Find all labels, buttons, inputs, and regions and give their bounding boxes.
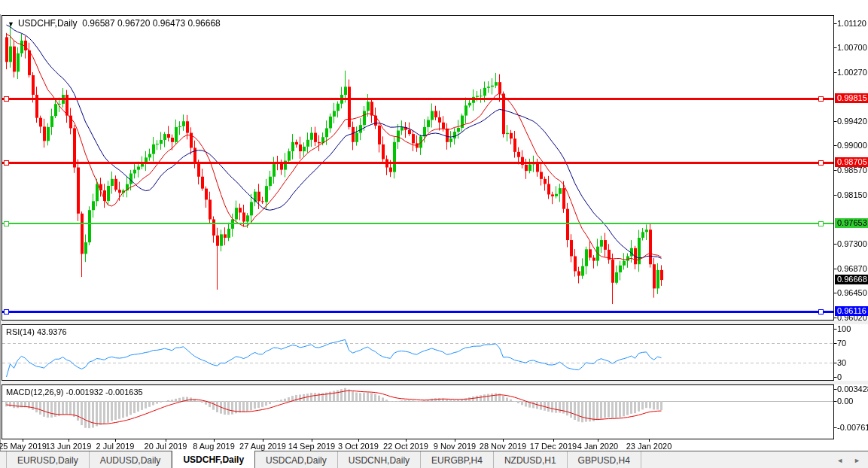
tab-usdcnh[interactable]: USDCNH,Daily <box>338 451 421 468</box>
date-axis-label: 27 Aug 2019 <box>239 442 286 451</box>
price-axis-tick: 0.96450 <box>837 288 867 297</box>
date-axis-label: 20 Jul 2019 <box>145 442 187 451</box>
price-axis-tick: 1.01120 <box>837 19 866 28</box>
tab-scroll-right-icon[interactable]: ► <box>854 457 860 464</box>
price-axis-tick: 0.99420 <box>837 117 867 126</box>
macd-indicator-label: MACD(12,26,9) -0.001932 -0.001635 <box>6 387 143 397</box>
date-axis-label: 8 Aug 2019 <box>193 442 235 451</box>
rsi-indicator-label: RSI(14) 43.9376 <box>6 327 67 336</box>
price-badge: 0.98705 <box>835 157 868 167</box>
chart-title: ▼USDCHF,Daily 0.96587 0.96720 0.96473 0.… <box>8 18 221 29</box>
chart-menu-icon[interactable]: ▼ <box>8 20 14 28</box>
rsi-axis-tick: 100 <box>837 324 851 333</box>
tab-usdchf[interactable]: USDCHF,Daily <box>172 451 255 468</box>
rsi-axis-tick: 0 <box>837 372 842 381</box>
date-axis-label: 3 Oct 2019 <box>338 442 379 451</box>
date-axis-label: 25 May 2019 <box>0 442 47 451</box>
date-axis-label: 22 Oct 2019 <box>383 442 428 451</box>
price-axis-tick: 0.98150 <box>837 190 867 199</box>
date-axis-label: 17 Dec 2019 <box>530 442 577 451</box>
date-axis-label: 13 Jun 2019 <box>46 442 92 451</box>
tab-gbpusd[interactable]: GBPUSD,H4 <box>568 451 641 468</box>
tab-usdcad[interactable]: USDCAD,Daily <box>255 451 338 468</box>
price-badge: 0.96116 <box>835 306 868 316</box>
rsi-axis-tick: 30 <box>837 358 846 367</box>
date-axis-label: 28 Nov 2019 <box>480 442 526 451</box>
macd-axis-tick: -0.007615 <box>837 423 868 432</box>
tab-eurusd[interactable]: EURUSD,Daily <box>6 451 90 468</box>
chart-symbol-label: USDCHF,Daily <box>18 18 78 29</box>
price-badge: 0.97653 <box>835 218 868 228</box>
date-axis-label: 23 Jan 2020 <box>626 442 672 451</box>
macd-axis-tick: 0.003428 <box>837 384 868 394</box>
terminal-window: H4D1W1MN ▼USDCHF,Daily 0.96587 0.96720 0… <box>0 0 868 468</box>
chart-ohlc-values: 0.96587 0.96720 0.96473 0.96668 <box>82 18 221 29</box>
price-badge: 0.96668 <box>835 275 868 284</box>
date-axis-label: 9 Nov 2019 <box>434 442 476 451</box>
price-axis-tick: 0.98570 <box>837 166 867 175</box>
tab-audusd[interactable]: AUDUSD,Daily <box>90 451 172 468</box>
rsi-axis-tick: 70 <box>837 339 846 348</box>
date-axis-label: 4 Jan 2020 <box>577 442 618 451</box>
tab-nzdusd[interactable]: NZDUSD,H1 <box>494 451 568 468</box>
chart-canvas[interactable] <box>0 0 868 468</box>
date-axis-label: 14 Sep 2019 <box>288 442 335 451</box>
price-axis-tick: 1.00700 <box>837 43 867 52</box>
price-badge: 0.99815 <box>835 93 868 103</box>
price-axis-tick: 1.00270 <box>837 68 867 77</box>
symbol-tab-bar: EURUSD,DailyAUDUSD,DailyUSDCHF,DailyUSDC… <box>0 451 868 468</box>
date-axis-label: 2 Jul 2019 <box>96 442 135 451</box>
tab-scroll-left-icon[interactable]: ◄ <box>836 457 843 464</box>
price-axis-tick: 0.99000 <box>837 141 867 150</box>
tab-eurgbp[interactable]: EURGBP,H4 <box>421 451 494 468</box>
tab-scroll-arrows: ◄► <box>836 451 868 468</box>
price-axis-tick: 0.97300 <box>837 239 867 248</box>
macd-axis-tick: 0.00 <box>837 397 853 406</box>
price-axis-tick: 0.96870 <box>837 264 867 273</box>
